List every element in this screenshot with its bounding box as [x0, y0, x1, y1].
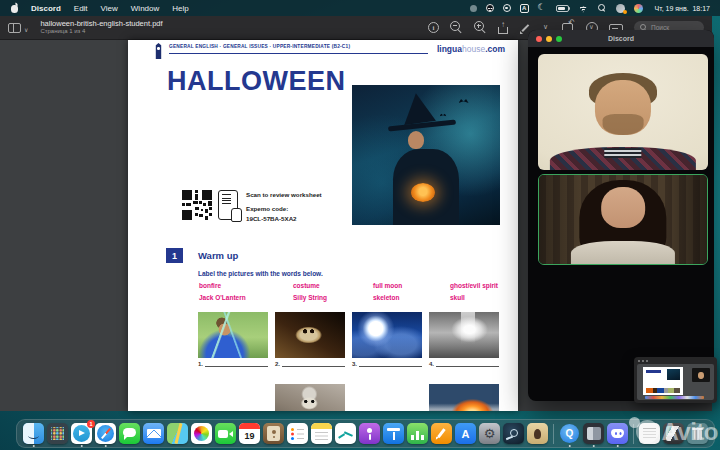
menu-bar: DiscordEditViewWindowHelp A Чт, 19 янв. … — [0, 0, 720, 16]
pages-dock-icon[interactable] — [431, 423, 452, 444]
dock-divider — [553, 424, 554, 444]
running-indicator — [592, 445, 595, 448]
zoom-in-icon[interactable] — [474, 21, 487, 34]
scan-line: Scan to review worksheet — [246, 192, 322, 198]
sidebar-toggle-icon[interactable] — [8, 23, 21, 33]
user-status-icon[interactable] — [616, 4, 625, 13]
answer-line[interactable] — [359, 361, 422, 367]
scan-instructions: Scan to review worksheet Expemo code: 19… — [246, 192, 322, 223]
share-icon[interactable] — [498, 27, 508, 34]
picture-number: 1. — [198, 361, 203, 367]
photos-dock-icon[interactable] — [191, 423, 212, 444]
menu-edit[interactable]: Edit — [74, 4, 88, 13]
discord-title-bar[interactable]: Discord — [528, 30, 714, 47]
word-bank: bonfirecostumefull moonghost/evil spirit… — [199, 282, 509, 301]
picture-number: 3. — [352, 361, 357, 367]
documents-dock-icon[interactable] — [639, 423, 660, 444]
numbers-dock-icon[interactable] — [407, 423, 428, 444]
discord-dock-icon[interactable] — [607, 423, 628, 444]
worksheet-page: GENERAL ENGLISH · GENERAL ISSUES · UPPER… — [128, 40, 518, 411]
running-indicator — [80, 445, 83, 448]
picture-label: 2. — [275, 361, 345, 367]
linguahouse-logo-icon — [154, 43, 163, 59]
menu-view[interactable]: View — [101, 4, 118, 13]
stocks-dock-icon[interactable] — [335, 423, 356, 444]
preview-video-thumbnail — [692, 368, 710, 382]
word-bank-item: Silly String — [293, 294, 373, 301]
trash-dock-icon[interactable] — [687, 423, 708, 444]
answer-line[interactable] — [205, 361, 268, 367]
input-source-icon[interactable]: A — [520, 4, 529, 13]
participant-face-shape — [601, 187, 645, 228]
video-tile-participant-bottom-speaking[interactable] — [538, 174, 708, 265]
battery-icon[interactable] — [556, 5, 569, 12]
halloween-witch-photo — [352, 85, 500, 225]
bat-icon — [439, 114, 446, 117]
steam-dock-icon[interactable] — [503, 423, 524, 444]
siri-icon[interactable] — [634, 4, 643, 13]
spotlight-icon[interactable] — [598, 4, 607, 13]
discord-window-title: Discord — [528, 35, 714, 42]
picture-label: 3. — [352, 361, 422, 367]
focus-moon-icon[interactable] — [538, 4, 547, 13]
worksheet-title: HALLOWEEN — [167, 66, 345, 97]
menu-discord[interactable]: Discord — [31, 4, 61, 13]
wifi-icon[interactable] — [578, 4, 589, 13]
calendar-dock-icon[interactable]: 19 — [239, 423, 260, 444]
app-menus: DiscordEditViewWindowHelp — [31, 4, 189, 13]
podcasts-dock-icon[interactable] — [359, 423, 380, 444]
phone-scan-icon — [218, 190, 238, 220]
answer-line[interactable] — [282, 361, 345, 367]
finder-dock-icon[interactable] — [23, 423, 44, 444]
minimized-window-dock-icon[interactable] — [663, 423, 684, 444]
glowing-pumpkin-shape — [411, 183, 435, 202]
zoom-out-icon[interactable] — [450, 21, 463, 34]
facetime-dock-icon[interactable] — [215, 423, 236, 444]
status-circle-icon[interactable] — [470, 5, 477, 12]
launchpad-dock-icon[interactable] — [47, 423, 68, 444]
pdf-filename: halloween-british-english-student.pdf — [40, 20, 162, 29]
safari-dock-icon[interactable] — [95, 423, 116, 444]
game-dock-icon[interactable] — [527, 423, 548, 444]
mail-dock-icon[interactable] — [143, 423, 164, 444]
dock: 119 — [16, 419, 715, 448]
picture-number: 2. — [275, 361, 280, 367]
settings-dock-icon[interactable] — [479, 423, 500, 444]
maps-dock-icon[interactable] — [167, 423, 188, 444]
menu-clock[interactable]: Чт, 19 янв. 18:17 — [655, 5, 710, 12]
word-bank-item: costume — [293, 282, 373, 289]
picture-label: 1. — [198, 361, 268, 367]
brand-logo: linguahouse.com — [437, 44, 505, 54]
preview-window-dot — [642, 360, 644, 362]
preview-dock-strip — [645, 396, 704, 399]
screen-mirroring-icon[interactable] — [486, 4, 494, 12]
notes-dock-icon[interactable] — [311, 423, 332, 444]
info-icon[interactable] — [428, 22, 439, 33]
section-number-badge: 1 — [166, 248, 183, 263]
skeleton-picture — [275, 384, 345, 411]
dock-divider — [633, 424, 634, 444]
dock-icon-glyph: 19 — [239, 423, 260, 444]
notification-badge: 1 — [87, 420, 95, 428]
apple-logo-icon[interactable] — [10, 3, 19, 13]
menu-window[interactable]: Window — [131, 4, 159, 13]
picture-row-1 — [198, 312, 499, 358]
answer-line[interactable] — [436, 361, 499, 367]
reminders-dock-icon[interactable] — [287, 423, 308, 444]
expemo-code: 19CL-57BA-5XA2 — [246, 216, 322, 222]
messages-dock-icon[interactable] — [119, 423, 140, 444]
telegram-dock-icon[interactable]: 1 — [71, 423, 92, 444]
preview-worksheet-thumbnail — [643, 367, 683, 395]
app-store-dock-icon[interactable] — [455, 423, 476, 444]
record-icon[interactable] — [503, 4, 511, 12]
word-bank-item: skull — [450, 294, 509, 301]
menu-help[interactable]: Help — [172, 4, 188, 13]
quicktime-dock-icon[interactable] — [559, 423, 580, 444]
screen-share-app-dock-icon[interactable] — [583, 423, 604, 444]
video-tile-participant-top[interactable] — [538, 54, 708, 170]
contacts-dock-icon[interactable] — [263, 423, 284, 444]
sidebar-chevron-icon[interactable]: ∨ — [24, 26, 28, 33]
keynote-dock-icon[interactable] — [383, 423, 404, 444]
jack-o-lantern-picture — [198, 384, 268, 411]
screen-share-preview-window[interactable] — [634, 357, 717, 403]
